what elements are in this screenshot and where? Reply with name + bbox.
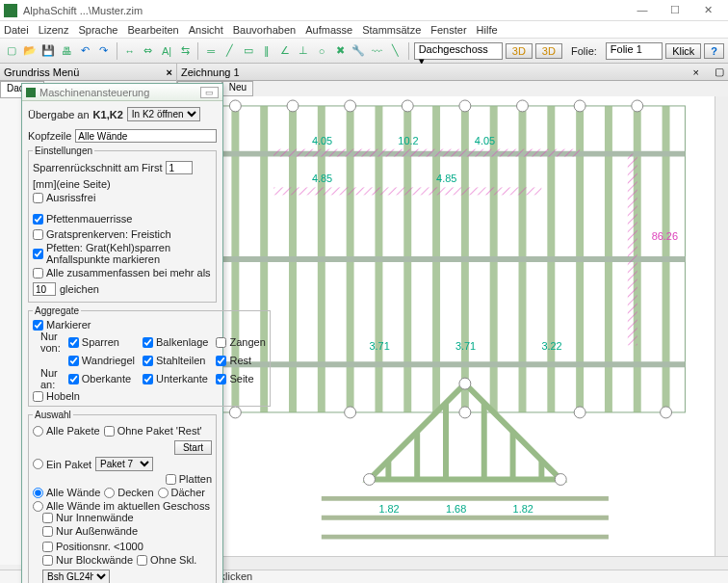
dialog-icon xyxy=(26,88,36,97)
menu-aufmasse[interactable]: Aufmasse xyxy=(305,24,352,36)
svg-point-35 xyxy=(345,100,356,112)
maximize-button[interactable]: ☐ xyxy=(659,4,691,16)
pfetten-grat-check[interactable] xyxy=(33,249,43,259)
svg-point-33 xyxy=(229,100,241,112)
mini-tab-neu[interactable]: Neu xyxy=(222,81,253,96)
help-button[interactable]: ? xyxy=(704,43,724,59)
ein-paket-radio[interactable] xyxy=(33,459,43,469)
klick-button[interactable]: Klick xyxy=(665,43,701,59)
line-icon[interactable]: ╲ xyxy=(388,41,403,61)
dline-icon[interactable]: ╱ xyxy=(221,41,237,61)
floor-dropdown[interactable]: Dachgeschoss ▾ xyxy=(414,42,503,60)
drawing-max-icon[interactable]: ▢ xyxy=(715,66,724,78)
vertical-scrollbar[interactable] xyxy=(715,96,728,556)
bsh-select[interactable]: Bsh GL24h si xyxy=(42,570,110,583)
menu-bearbeiten[interactable]: Bearbeiten xyxy=(127,24,178,36)
ohne-skl-check[interactable] xyxy=(137,555,147,566)
curve-icon[interactable]: 〰 xyxy=(370,41,385,61)
perp-icon[interactable]: ⊥ xyxy=(296,41,311,61)
daecher-radio[interactable] xyxy=(158,488,169,498)
svg-text:1.82: 1.82 xyxy=(378,503,399,515)
paket-select[interactable]: Paket 7 xyxy=(95,457,153,471)
platten-check[interactable] xyxy=(166,474,176,485)
gratspren-check[interactable] xyxy=(33,229,43,240)
alle-waende-geschoss-radio[interactable] xyxy=(33,501,43,512)
move-icon[interactable]: ⇆ xyxy=(177,41,193,61)
oberkante-check[interactable] xyxy=(68,374,79,384)
new-icon[interactable]: ▢ xyxy=(4,41,19,61)
app-icon xyxy=(4,4,17,17)
svg-rect-21 xyxy=(273,149,580,157)
nur-innen-check[interactable] xyxy=(42,513,53,523)
uebergabe-select[interactable]: In K2 öffnen xyxy=(127,107,200,121)
angle-icon[interactable]: ∠ xyxy=(277,41,293,61)
menu-datei[interactable]: Datei xyxy=(4,24,29,36)
wrench-icon[interactable]: 🔧 xyxy=(351,41,366,61)
dim2-icon[interactable]: ⇔ xyxy=(141,41,156,61)
horizontal-scrollbar[interactable] xyxy=(177,556,728,570)
window-title: AlphaSchift ...\Muster.zim xyxy=(23,5,626,16)
nur-aussen-check[interactable] xyxy=(42,526,53,537)
sparren-input[interactable] xyxy=(166,161,193,174)
undo-icon[interactable]: ↶ xyxy=(78,41,93,61)
ausrissfrei-check[interactable] xyxy=(33,193,43,203)
svg-text:10.2: 10.2 xyxy=(398,135,418,146)
svg-text:4.05: 4.05 xyxy=(475,135,495,146)
alle-waende-radio[interactable] xyxy=(33,488,43,498)
uebergabe-label: Übergabe an xyxy=(28,109,90,120)
svg-text:4.05: 4.05 xyxy=(312,135,332,146)
start-button[interactable]: Start xyxy=(174,440,212,455)
wandriegel-check[interactable] xyxy=(68,356,79,366)
open-icon[interactable]: 📂 xyxy=(22,41,38,61)
menu-lizenz[interactable]: Lizenz xyxy=(39,24,69,36)
dialog-close-button[interactable]: ▭ xyxy=(200,87,219,98)
svg-point-43 xyxy=(459,407,471,418)
markierer-check[interactable] xyxy=(33,320,43,331)
menu-stammsaetze[interactable]: Stammsätze xyxy=(362,24,421,36)
unterkante-check[interactable] xyxy=(143,374,153,384)
menu-bauvorhaben[interactable]: Bauvorhaben xyxy=(233,24,296,36)
menu-hilfe[interactable]: Hilfe xyxy=(477,24,498,36)
kopfzeile-input[interactable] xyxy=(75,129,217,143)
posnr-1000-check[interactable] xyxy=(42,542,53,552)
auswahl-group: Auswahl Alle Pakete Ohne Paket 'Rest' St… xyxy=(28,410,217,583)
svg-point-45 xyxy=(661,407,672,418)
stahlteilen-check[interactable] xyxy=(143,356,153,366)
hline-icon[interactable]: ═ xyxy=(203,41,219,61)
rect-icon[interactable]: ▭ xyxy=(240,41,255,61)
decken-radio[interactable] xyxy=(104,488,115,498)
rest-check[interactable] xyxy=(216,356,226,366)
sidebar-close-icon[interactable]: × xyxy=(167,66,172,78)
ohne-paket-check[interactable] xyxy=(104,426,115,437)
folie-dropdown[interactable]: Folie 1 xyxy=(606,42,663,60)
menu-ansicht[interactable]: Ansicht xyxy=(189,24,223,36)
alle-pakete-radio[interactable] xyxy=(33,426,43,437)
svg-point-47 xyxy=(364,474,376,486)
text-icon[interactable]: A| xyxy=(159,41,174,61)
print-icon[interactable]: 🖶 xyxy=(59,41,74,61)
hobeln-check[interactable] xyxy=(33,391,43,402)
seite-check[interactable] xyxy=(216,374,226,384)
svg-text:4.85: 4.85 xyxy=(436,172,456,184)
drawing-close-icon[interactable]: × xyxy=(693,66,699,78)
zangen-check[interactable] xyxy=(216,337,226,348)
redo-icon[interactable]: ↷ xyxy=(96,41,112,61)
save-icon[interactable]: 💾 xyxy=(40,41,56,61)
view-3d-button[interactable]: 3D xyxy=(506,43,533,59)
sparren-check[interactable] xyxy=(68,337,79,348)
svg-rect-22 xyxy=(273,187,541,195)
close-button[interactable]: ✕ xyxy=(691,4,724,16)
menu-fenster[interactable]: Fenster xyxy=(430,24,466,36)
view-3d2-button[interactable]: 3D xyxy=(535,43,562,59)
menu-sprache[interactable]: Sprache xyxy=(78,24,117,36)
alle-zusammen-input[interactable] xyxy=(33,282,56,296)
balkenlage-check[interactable] xyxy=(143,337,153,348)
alle-zusammen-check[interactable] xyxy=(33,268,43,278)
pfettenmauer-check[interactable] xyxy=(33,214,43,225)
dim-icon[interactable]: ↔ xyxy=(122,41,138,61)
minimize-button[interactable]: — xyxy=(626,4,659,16)
parallel-icon[interactable]: ‖ xyxy=(259,41,274,61)
circle-icon[interactable]: ○ xyxy=(314,41,329,61)
nur-block-check[interactable] xyxy=(42,555,53,566)
tools-icon[interactable]: ✖ xyxy=(332,41,348,61)
